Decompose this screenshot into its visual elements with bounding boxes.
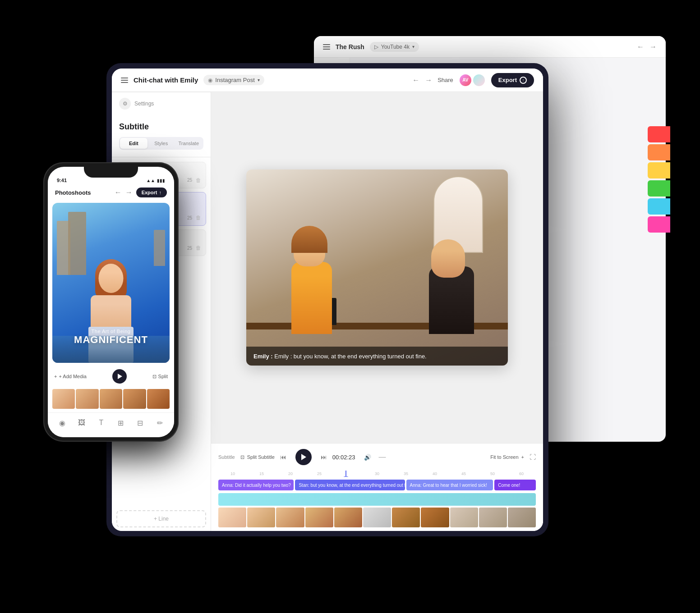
timeline-clip-1[interactable]: Anna: Did it actually help you two? [218,480,294,490]
timeline-ruler: 10 15 20 25 30 35 40 45 50 60 [218,471,536,477]
phone-main-text: MAGNIFICENT [56,334,166,346]
subtitle-delete-active-icon[interactable]: 🗑 [196,215,201,221]
tablet-settings-label: Settings [134,101,154,107]
tablet-canvas-area: Emily : Emily : but you know, at the end… [211,92,543,443]
subtitle-num-3: 25 [187,246,192,251]
timeline-play-button[interactable] [295,449,312,465]
tablet-format-label: Instagram Post [215,77,254,83]
tab-translate[interactable]: Translate [175,138,203,149]
thumbnail-strip [218,508,536,527]
girl-head [99,264,124,293]
tablet-forward-icon[interactable]: → [425,76,432,84]
phone-title-overlay: The Art of Being MAGNIFICENT [52,325,170,349]
tablet-timeline: Subtitle ⊡ Split Subtitle ⏮ ⏭ 00:0 [211,443,543,531]
tablet-header-right: ← → Share AV Export ↑ [412,73,534,87]
phone-forward-icon[interactable]: → [125,188,133,197]
phone-toolbar: ◉ 🖼 T ⊞ ⊟ ✏ [48,412,174,437]
tick-10: 10 [218,471,247,476]
desktop-header: The Rush ▷ YouTube 4k ▾ ← → [314,36,666,58]
desktop-menu-icon[interactable] [323,44,330,50]
thumbnail-8 [421,508,449,527]
timeline-clips: Anna: Did it actually help you two? Stan… [218,480,536,490]
timeline-subtitle-label: Subtitle [218,454,235,460]
export-label: Export [498,77,517,83]
fit-screen-button[interactable]: Fit to Screen + [490,454,524,460]
split-subtitle-button[interactable]: ⊡ Split Subtitle [240,454,275,460]
tablet-format-selector[interactable]: ◉ Instagram Post ▾ [203,75,264,85]
tick-45: 45 [449,471,478,476]
phone-thumb-5 [147,389,170,409]
phone-add-media-button[interactable]: + + Add Media [54,374,87,379]
subtitle-delete-3-icon[interactable]: 🗑 [196,245,201,251]
thumbnail-11 [508,508,536,527]
phone-art-text: The Art of Being [56,329,166,334]
skip-forward-icon[interactable]: ⏭ [321,453,327,461]
toolbar-layers-icon[interactable]: ⊞ [115,416,127,429]
subtitle-num-active: 25 [187,215,192,220]
timeline-clip-3[interactable]: Anna: Great to hear that I worried sick! [406,480,493,490]
color-strip-red [648,126,670,142]
timeline-clip-2[interactable]: Stan: but you know, at the end everythin… [295,480,405,490]
video-subtitle-bar: Emily : Emily : but you know, at the end… [246,347,508,366]
phone-split-button[interactable]: ⊡ Split [152,374,168,380]
tablet-project-title: Chit-chat with Emily [134,76,198,84]
tablet-settings-link[interactable]: ⚙ Settings [112,92,211,115]
toolbar-circle-icon[interactable]: ◉ [56,416,69,429]
tablet-export-button[interactable]: Export ↑ [491,73,534,87]
phone-back-icon[interactable]: ← [115,188,122,197]
phone-export-label: Export [142,190,157,195]
volume-icon[interactable]: 🔊 [364,454,371,461]
phone-nav-buttons: ← → Export ↑ [115,188,167,197]
phone-play-button[interactable] [112,369,127,384]
phone-export-upload-icon: ↑ [159,190,162,195]
subtitle-delete-icon[interactable]: 🗑 [196,177,201,183]
video-preview: Emily : Emily : but you know, at the end… [246,169,508,366]
skip-back-icon[interactable]: ⏮ [280,453,286,461]
timeline-controls: Subtitle ⊡ Split Subtitle ⏮ ⏭ 00:0 [218,447,536,467]
thumbnail-2 [247,508,275,527]
building-2 [68,212,86,275]
toolbar-text-icon[interactable]: T [95,416,107,429]
color-strip-yellow [648,162,670,178]
subtitle-panel-title: Subtitle [119,122,203,132]
tablet-back-icon[interactable]: ← [412,76,419,84]
toolbar-grid-icon[interactable]: ⊟ [134,416,147,429]
thumbnail-6 [363,508,391,527]
phone-export-button[interactable]: Export ↑ [136,188,167,197]
export-upload-icon: ↑ [520,77,527,84]
phone-split-icon: ⊡ [152,374,157,380]
video-person-left [282,226,341,334]
phone-time: 9:41 [57,178,67,183]
tick-20: 20 [276,471,305,476]
tab-edit[interactable]: Edit [120,138,147,149]
timeline-clip-4[interactable]: Come one! [494,480,536,490]
color-strip-pink [648,216,670,233]
time-display: 00:02:23 [332,454,355,461]
phone-header: Photoshoots ← → Export ↑ [48,185,174,200]
subtitle-num: 25 [187,178,192,183]
color-strip-orange [648,144,670,160]
phone-thumb-1 [52,389,75,409]
playhead-indicator [344,476,348,477]
video-person-right [422,235,481,334]
desktop-forward-icon[interactable]: → [649,43,657,51]
fullscreen-icon[interactable]: ⛶ [530,453,536,461]
toolbar-pen-icon[interactable]: ✏ [153,416,166,429]
phone-thumb-3 [100,389,122,409]
toolbar-image-icon[interactable]: 🖼 [75,416,88,429]
phone-canvas: The Art of Being MAGNIFICENT [52,203,170,363]
avatar-av: AV [459,73,472,87]
wifi-icon: ▲▲ [146,178,155,183]
phone-media-bar: + + Add Media ⊡ Split [48,366,174,387]
building-3 [154,230,165,266]
desktop-format-selector[interactable]: ▷ YouTube 4k ▾ [370,42,419,52]
phone-play-icon [118,374,122,379]
phone-split-label: Split [158,374,168,379]
tab-styles[interactable]: Styles [147,138,175,149]
add-line-button[interactable]: + Line [116,510,206,527]
tablet-share-button[interactable]: Share [438,77,453,83]
desktop-back-icon[interactable]: ← [637,43,644,51]
phone-screen: 9:41 ▲▲ ▮▮▮ Photoshoots ← → Export ↑ [48,167,174,437]
tablet-menu-icon[interactable] [121,78,128,83]
thumbnail-4 [305,508,333,527]
